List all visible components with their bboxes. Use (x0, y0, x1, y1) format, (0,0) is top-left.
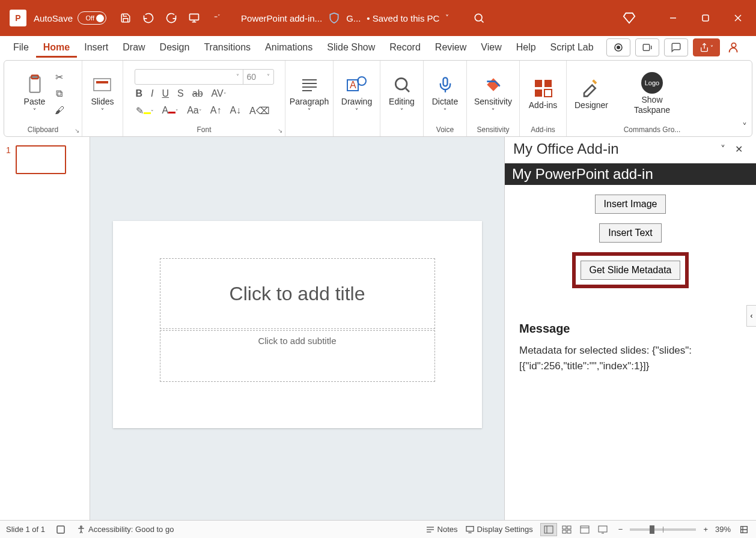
zoom-level[interactable]: 39% (715, 525, 731, 534)
group-slides: Slides ˅ (82, 61, 123, 136)
share-button[interactable]: ˅ (693, 38, 720, 56)
ribbon-collapse-icon[interactable]: ˅ (742, 121, 747, 133)
zoom-out-button[interactable]: − (618, 525, 623, 534)
shrink-font-icon[interactable]: A↓ (230, 105, 241, 116)
bold-icon[interactable]: B (136, 88, 143, 99)
redo-icon[interactable] (165, 12, 177, 24)
tab-draw[interactable]: Draw (115, 37, 152, 58)
font-selector[interactable]: ˅ 60˅ (135, 69, 274, 85)
clear-format-icon[interactable]: A⌫ (249, 105, 270, 116)
taskpane-dropdown-icon[interactable]: ˅ (716, 141, 730, 157)
editing-button[interactable]: Editing˅ (385, 71, 418, 116)
sorter-view-button[interactable] (558, 523, 575, 536)
tab-review[interactable]: Review (428, 37, 474, 58)
search-icon[interactable] (473, 12, 485, 24)
tab-home[interactable]: Home (36, 37, 77, 58)
autosave-toggle[interactable]: AutoSave Off (34, 11, 106, 25)
zoom-slider[interactable] (630, 528, 696, 531)
diamond-icon[interactable] (623, 11, 636, 25)
tab-view[interactable]: View (474, 37, 508, 58)
editing-label: Editing (389, 97, 415, 106)
window-controls (666, 11, 745, 25)
minimize-button[interactable] (666, 11, 680, 25)
strike-icon[interactable]: ab (192, 88, 203, 99)
title-placeholder[interactable]: Click to add title (160, 258, 435, 329)
accessibility-status[interactable]: Accessibility: Good to go (76, 525, 174, 534)
svg-rect-11 (643, 44, 650, 51)
clipboard-launcher-icon[interactable]: ↘ (75, 127, 79, 134)
autosave-state: Off (86, 14, 94, 22)
slide-thumbnail[interactable] (16, 145, 66, 174)
saved-status[interactable]: • Saved to this PC (367, 13, 439, 23)
comments-button[interactable] (664, 38, 688, 56)
slide-canvas[interactable]: Click to add title Click to add subtitle (113, 221, 482, 428)
tab-record[interactable]: Record (382, 37, 428, 58)
paragraph-label: Paragraph (290, 97, 329, 106)
format-painter-icon[interactable]: 🖌 (53, 104, 66, 117)
slide-count[interactable]: Slide 1 of 1 (6, 525, 45, 534)
italic-icon[interactable]: I (151, 88, 153, 99)
tab-design[interactable]: Design (153, 37, 197, 58)
paragraph-button[interactable]: Paragraph˅ (286, 71, 332, 116)
cut-icon[interactable]: ✂ (53, 70, 66, 83)
font-color-icon[interactable]: A˅ (162, 105, 179, 116)
highlight-icon[interactable]: ✎˅ (136, 105, 154, 116)
notes-button[interactable]: Notes (425, 525, 458, 534)
spell-check-icon[interactable] (55, 524, 67, 536)
subtitle-placeholder[interactable]: Click to add subtitle (160, 330, 435, 382)
sensitivity-button[interactable]: Sensitivity˅ (471, 71, 516, 116)
designer-button[interactable]: Designer (571, 75, 612, 112)
get-slide-metadata-button[interactable]: Get Slide Metadata (581, 261, 681, 280)
tab-transitions[interactable]: Transitions (197, 37, 258, 58)
show-taskpane-button[interactable]: Logo Show Taskpane (621, 70, 683, 118)
slide-thumb-1[interactable]: 1 (6, 145, 84, 174)
qat-more-icon[interactable]: ⁼˅ (211, 12, 223, 24)
display-settings-button[interactable]: Display Settings (465, 525, 533, 534)
copy-icon[interactable]: ⧉ (53, 87, 66, 100)
slideshow-view-button[interactable] (594, 523, 611, 536)
tab-file[interactable]: File (6, 37, 36, 58)
dictate-button[interactable]: Dictate˅ (428, 71, 462, 116)
shadow-icon[interactable]: S (177, 88, 184, 99)
maximize-button[interactable] (698, 11, 713, 25)
font-name-input[interactable]: ˅ (135, 70, 243, 84)
find-icon (391, 74, 413, 95)
toggle-switch[interactable]: Off (78, 11, 106, 25)
tab-help[interactable]: Help (509, 37, 543, 58)
font-launcher-icon[interactable]: ↘ (278, 127, 282, 134)
svg-point-25 (395, 78, 407, 89)
tab-insert[interactable]: Insert (77, 37, 115, 58)
tab-slideshow[interactable]: Slide Show (320, 37, 382, 58)
insert-text-button[interactable]: Insert Text (599, 223, 662, 243)
taskpane-close-icon[interactable]: ✕ (730, 141, 748, 157)
reading-view-button[interactable] (576, 523, 593, 536)
drawing-button[interactable]: A Drawing˅ (338, 71, 376, 116)
insert-image-button[interactable]: Insert Image (595, 195, 666, 214)
chevron-down-icon[interactable]: ˅ (445, 14, 449, 22)
document-name[interactable]: PowerPoint add-in... (241, 13, 322, 23)
normal-view-button[interactable] (540, 523, 557, 536)
taskpane-collapse-tab[interactable]: ‹ (746, 305, 756, 327)
sensitivity-short[interactable]: G... (346, 13, 361, 23)
zoom-in-button[interactable]: + (703, 525, 708, 534)
tab-scriptlab[interactable]: Script Lab (543, 37, 601, 58)
save-icon[interactable] (120, 12, 132, 24)
account-icon[interactable] (725, 38, 743, 56)
paste-button[interactable]: Paste ˅ (20, 71, 49, 116)
undo-icon[interactable] (142, 12, 154, 24)
slides-button[interactable]: Slides ˅ (87, 71, 117, 116)
slide-editor[interactable]: Click to add title Click to add subtitle (90, 137, 505, 520)
record-button[interactable] (606, 38, 630, 56)
tab-animations[interactable]: Animations (258, 37, 320, 58)
change-case-icon[interactable]: Aa˅ (187, 105, 202, 116)
svg-point-34 (81, 526, 82, 528)
addins-button[interactable]: Add-ins (525, 75, 561, 112)
character-spacing-icon[interactable]: AV˅ (212, 88, 227, 99)
grow-font-icon[interactable]: A↑ (210, 105, 222, 116)
font-size-input[interactable]: 60˅ (243, 70, 273, 84)
fit-window-icon[interactable] (738, 524, 750, 536)
present-icon[interactable] (188, 12, 200, 24)
close-button[interactable] (731, 11, 745, 25)
teams-button[interactable] (635, 38, 659, 56)
underline-icon[interactable]: U (162, 88, 169, 99)
